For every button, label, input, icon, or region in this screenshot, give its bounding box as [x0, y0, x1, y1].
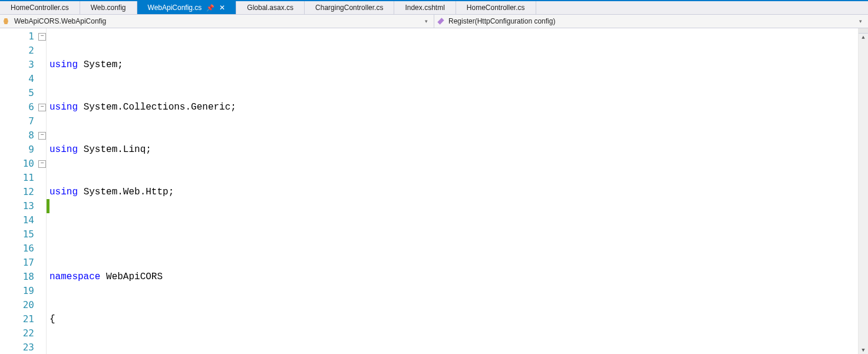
- line-number: 17: [0, 256, 38, 270]
- tab-label: Web.config: [91, 4, 126, 12]
- scroll-up-icon[interactable]: ▲: [859, 33, 868, 42]
- tab-homecontroller[interactable]: HomeController.cs: [0, 1, 80, 14]
- line-number: 18: [0, 270, 38, 284]
- fold-toggle[interactable]: −: [38, 104, 46, 111]
- line-number: 6: [0, 100, 38, 114]
- tab-homecontroller2[interactable]: HomeController.cs: [456, 1, 536, 14]
- tab-label: Global.asax.cs: [247, 4, 293, 12]
- line-number: 9: [0, 143, 38, 157]
- scroll-down-icon[interactable]: ▼: [859, 346, 868, 354]
- tab-webconfig[interactable]: Web.config: [80, 1, 137, 14]
- line-number: 15: [0, 227, 38, 241]
- nav-class-label: WebApiCORS.WebApiConfig: [14, 17, 106, 25]
- chevron-down-icon[interactable]: ▾: [423, 18, 430, 24]
- method-icon: [438, 17, 446, 25]
- tab-label: HomeController.cs: [11, 4, 69, 12]
- line-number: 22: [0, 326, 38, 340]
- tab-label: WebApiConfig.cs: [148, 4, 202, 12]
- tab-webapiconfig[interactable]: WebApiConfig.cs 📌 ✕: [137, 1, 237, 14]
- fold-toggle[interactable]: −: [38, 33, 46, 41]
- line-number: 13: [0, 199, 38, 213]
- nav-class-dropdown[interactable]: WebApiCORS.WebApiConfig ▾: [0, 15, 434, 28]
- line-number: 2: [0, 44, 38, 58]
- line-number: 8: [0, 128, 38, 143]
- chevron-down-icon[interactable]: ▾: [857, 18, 864, 24]
- tab-globalasax[interactable]: Global.asax.cs: [236, 1, 305, 14]
- tab-indexcshtml[interactable]: Index.cshtml: [394, 1, 456, 14]
- nav-method-label: Register(HttpConfiguration config): [448, 17, 555, 25]
- tok: System: [84, 59, 118, 70]
- navigation-bar: WebApiCORS.WebApiConfig ▾ Register(HttpC…: [0, 15, 868, 28]
- line-number: 21: [0, 312, 38, 326]
- line-number: 16: [0, 241, 38, 256]
- line-number: 7: [0, 114, 38, 128]
- kw-using: using: [49, 59, 78, 70]
- vertical-scrollbar[interactable]: ▲ ▼: [858, 28, 868, 354]
- line-number-gutter: 1234567891011121314151617181920212223: [0, 28, 38, 354]
- line-number: 19: [0, 284, 38, 298]
- code-editor[interactable]: 1234567891011121314151617181920212223 −−…: [0, 28, 868, 354]
- tab-chargingcontroller[interactable]: ChargingController.cs: [305, 1, 394, 14]
- line-number: 1: [0, 29, 38, 44]
- tab-label: HomeController.cs: [467, 4, 525, 12]
- code-area[interactable]: using System; using System.Collections.G…: [49, 28, 858, 354]
- line-number: 10: [0, 157, 38, 171]
- line-number: 14: [0, 213, 38, 227]
- line-number: 5: [0, 86, 38, 100]
- line-number: 23: [0, 340, 38, 354]
- line-number: 11: [0, 171, 38, 185]
- tab-label: ChargingController.cs: [315, 4, 383, 12]
- pin-icon[interactable]: 📌: [206, 4, 214, 12]
- outline-fold-column: −−−−: [38, 28, 47, 354]
- line-number: 3: [0, 58, 38, 72]
- line-number: 20: [0, 298, 38, 312]
- nav-method-dropdown[interactable]: Register(HttpConfiguration config) ▾: [434, 15, 868, 28]
- close-icon[interactable]: ✕: [219, 4, 225, 12]
- line-number: 4: [0, 72, 38, 86]
- line-number: 12: [0, 185, 38, 199]
- fold-toggle[interactable]: −: [38, 160, 46, 168]
- fold-toggle[interactable]: −: [38, 132, 46, 140]
- class-icon: [4, 17, 12, 25]
- tab-strip: HomeController.cs Web.config WebApiConfi…: [0, 0, 868, 15]
- tab-label: Index.cshtml: [405, 4, 444, 12]
